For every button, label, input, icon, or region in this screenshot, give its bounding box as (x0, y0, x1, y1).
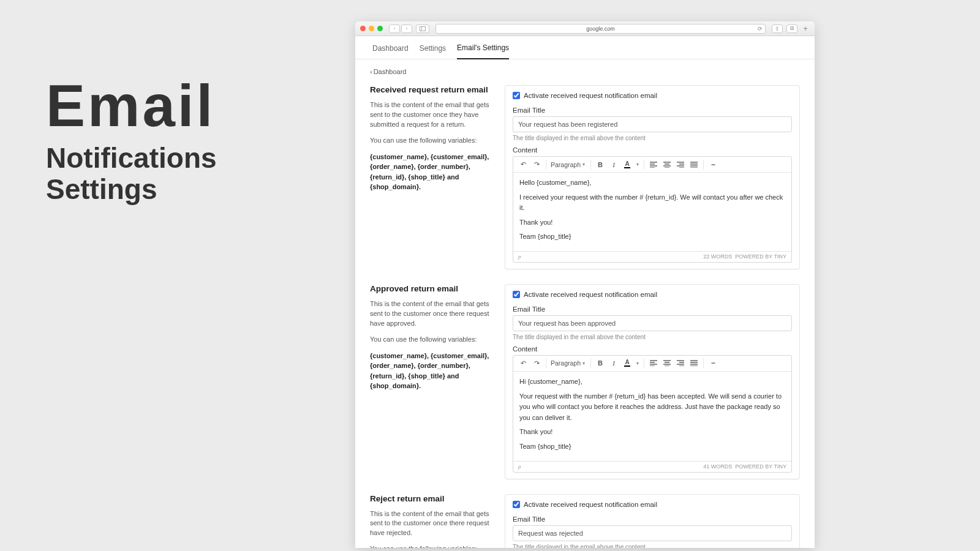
hero-line2: NotificationsSettings (46, 143, 217, 204)
editor-received: ↶ ↷ Paragraph▾ B I A ▾ (513, 156, 792, 263)
undo-icon[interactable]: ↶ (517, 357, 529, 369)
format-select[interactable]: Paragraph▾ (549, 159, 587, 171)
activate-checkbox-approved[interactable] (513, 291, 520, 298)
italic-icon[interactable]: I (608, 159, 620, 171)
forward-button[interactable]: › (401, 24, 412, 33)
align-right-icon[interactable] (674, 159, 687, 171)
url-bar[interactable]: google.com ⟳ (435, 24, 766, 34)
back-button[interactable]: ‹ (389, 24, 400, 33)
section-approved-title: Approved return email (370, 284, 492, 293)
section-approved: Approved return email This is the conten… (370, 284, 800, 479)
variables-intro: You can use the following variables: (370, 136, 492, 146)
editor-toolbar: ↶ ↷ Paragraph▾ B I A ▾ (513, 356, 791, 372)
chevron-left-icon: ‹ (370, 68, 372, 75)
bold-icon[interactable]: B (594, 357, 606, 369)
align-left-icon[interactable] (647, 159, 660, 171)
reload-icon[interactable]: ⟳ (758, 26, 763, 32)
close-window-icon[interactable] (360, 26, 366, 31)
editor-body-approved[interactable]: Hi {customer_name}, Your request with th… (513, 372, 791, 461)
share-icon[interactable]: ⇪ (772, 24, 783, 33)
italic-icon[interactable]: I (608, 357, 620, 369)
more-icon[interactable]: ··· (707, 159, 719, 171)
card-received: Activate received request notification e… (505, 85, 800, 269)
align-justify-icon[interactable] (688, 357, 700, 369)
new-tab-icon[interactable]: + (801, 24, 810, 33)
editor-footer: p 41 WORDS POWERED BY TINY (513, 461, 791, 472)
breadcrumb-label: Dashboard (374, 68, 407, 75)
undo-icon[interactable]: ↶ (517, 159, 529, 171)
activate-checkbox-received[interactable] (513, 92, 520, 99)
editor-body-received[interactable]: Hello {customer_name}, I received your r… (513, 173, 791, 251)
variables-list: {customer_name}, {customer_email}, {orde… (370, 351, 492, 391)
text-color-icon[interactable]: A (621, 159, 633, 171)
title-hint: The title displayed in the email above t… (513, 135, 792, 141)
align-left-icon[interactable] (647, 357, 660, 369)
variables-intro: You can use the following variables: (370, 544, 492, 548)
element-path: p (518, 253, 521, 260)
more-icon[interactable]: ··· (707, 357, 719, 369)
color-chevron-icon[interactable]: ▾ (635, 159, 641, 171)
email-title-input-reject[interactable] (513, 525, 792, 541)
word-count: 41 WORDS (703, 463, 732, 470)
section-approved-desc: This is the content of the email that ge… (370, 299, 492, 329)
align-right-icon[interactable] (674, 357, 687, 369)
browser-chrome: ‹ › google.com ⟳ ⇪ ⧉ + (355, 21, 815, 36)
svg-rect-0 (420, 26, 426, 31)
powered-by: POWERED BY TINY (735, 253, 786, 260)
element-path: p (518, 463, 521, 470)
editor-toolbar: ↶ ↷ Paragraph▾ B I A ▾ (513, 157, 791, 173)
tab-dashboard[interactable]: Dashboard (372, 44, 409, 59)
url-text: google.com (586, 26, 615, 32)
content-label: Content (513, 146, 792, 154)
word-count: 22 WORDS (703, 253, 732, 260)
email-title-label: Email Title (513, 305, 792, 313)
powered-by: POWERED BY TINY (735, 463, 786, 470)
editor-approved: ↶ ↷ Paragraph▾ B I A ▾ (513, 355, 792, 473)
section-reject-title: Reject return email (370, 494, 492, 503)
content-label: Content (513, 345, 792, 353)
activate-label: Activate received request notification e… (524, 92, 657, 99)
align-center-icon[interactable] (661, 357, 673, 369)
card-reject: Activate received request notification e… (505, 494, 800, 548)
section-reject-desc: This is the content of the email that ge… (370, 509, 492, 539)
section-received-desc: This is the content of the email that ge… (370, 100, 492, 130)
title-hint: The title displayed in the email above t… (513, 334, 792, 340)
section-received-title: Received request return email (370, 85, 492, 94)
color-chevron-icon[interactable]: ▾ (635, 357, 641, 369)
format-select[interactable]: Paragraph▾ (549, 357, 587, 369)
browser-window: ‹ › google.com ⟳ ⇪ ⧉ + Dashboard Setting… (355, 21, 815, 548)
align-center-icon[interactable] (661, 159, 673, 171)
email-title-input-received[interactable] (513, 116, 792, 132)
traffic-lights (360, 26, 383, 31)
bold-icon[interactable]: B (594, 159, 606, 171)
editor-footer: p 22 WORDS POWERED BY TINY (513, 251, 791, 262)
email-title-input-approved[interactable] (513, 315, 792, 331)
title-hint: The title displayed in the email above t… (513, 544, 792, 548)
tabs-icon[interactable]: ⧉ (786, 24, 797, 33)
tab-settings[interactable]: Settings (420, 44, 446, 59)
activate-checkbox-reject[interactable] (513, 501, 520, 508)
redo-icon[interactable]: ↷ (530, 159, 543, 171)
hero-title: Email NotificationsSettings (46, 77, 217, 204)
section-received: Received request return email This is th… (370, 85, 800, 269)
minimize-window-icon[interactable] (369, 26, 374, 31)
maximize-window-icon[interactable] (377, 26, 383, 31)
email-title-label: Email Title (513, 107, 792, 114)
section-reject: Reject return email This is the content … (370, 494, 800, 548)
tab-email-settings[interactable]: Email's Settings (457, 43, 509, 59)
app-tabs: Dashboard Settings Email's Settings (355, 36, 815, 59)
redo-icon[interactable]: ↷ (530, 357, 543, 369)
activate-label: Activate received request notification e… (524, 291, 657, 298)
variables-list: {customer_name}, {customer_email}, {orde… (370, 152, 492, 192)
variables-intro: You can use the following variables: (370, 335, 492, 345)
email-title-label: Email Title (513, 515, 792, 523)
sidebar-toggle[interactable] (416, 24, 429, 33)
align-justify-icon[interactable] (688, 159, 700, 171)
card-approved: Activate received request notification e… (505, 284, 800, 479)
hero-line1: Email (46, 77, 217, 135)
activate-label: Activate received request notification e… (524, 501, 657, 508)
breadcrumb[interactable]: ‹ Dashboard (370, 68, 800, 75)
text-color-icon[interactable]: A (621, 357, 633, 369)
